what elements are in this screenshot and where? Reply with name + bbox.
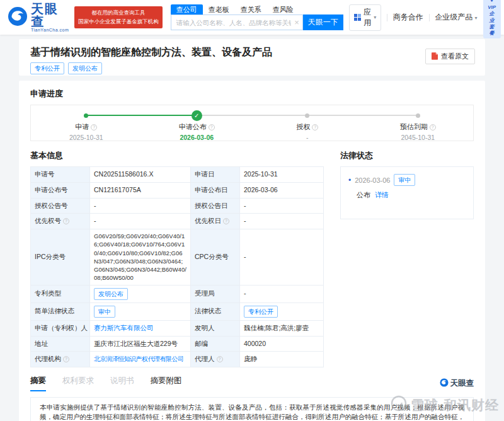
- nav-enterprise-products[interactable]: 企业级产品 ▾: [435, 12, 477, 23]
- cell-value: -: [240, 285, 324, 303]
- cell-value: -: [240, 198, 324, 214]
- ipc-codes-value: G06V20/59;G06V20/40;G06V40/16;G06V40/18;…: [90, 229, 191, 285]
- apps-menu[interactable]: 应用 ▾: [349, 4, 382, 31]
- search-tab-boss[interactable]: 查老板: [203, 4, 235, 14]
- progress-step-publish: ✓ 申请公布? 2026-03-06: [142, 109, 253, 141]
- pdf-icon: [432, 52, 438, 61]
- tab-claims[interactable]: 权利要求: [62, 376, 94, 391]
- cell-value: CN121617075A: [90, 182, 191, 198]
- top-nav: 应用 ▾ 商务合作 企业级产品 ▾ ♦ VIP 企业套餐 此处有... ▾: [349, 0, 504, 38]
- cell-label: CPC分类号: [191, 229, 240, 285]
- search-tab-risk[interactable]: 查风险: [267, 4, 299, 14]
- tab-abstract[interactable]: 摘要: [30, 376, 46, 391]
- info-icon[interactable]: ?: [312, 124, 318, 130]
- patent-title-card: 基于情绪识别的智能座舱控制方法、装置、设备及产品 专利公开 发明公布 查看原文: [19, 39, 485, 76]
- table-row: 地址 重庆市江北区福生大道229号 邮编 400020: [31, 336, 324, 352]
- cell-value: 发明公布: [90, 285, 191, 303]
- tianyancha-logo[interactable]: 天眼查 TianYanCha.com: [8, 3, 69, 32]
- postcode-value: 400020: [240, 336, 324, 352]
- info-icon[interactable]: ?: [217, 356, 223, 362]
- applicant-link[interactable]: 赛力斯汽车有限公司: [94, 324, 154, 332]
- cell-value: 北京润泽恒知识产权代理有限公司: [90, 352, 191, 367]
- progress-dot-pending: [416, 113, 420, 118]
- clear-search-icon[interactable]: ×: [294, 17, 299, 28]
- cell-value: -: [240, 229, 324, 285]
- cell-label: 代理人?: [191, 352, 240, 367]
- status-badge: 审中: [394, 174, 415, 186]
- progress-dot-done: [84, 113, 88, 118]
- simple-legal-status-tag: 审中: [94, 306, 115, 318]
- progress-step-apply: 申请? 2025-10-31: [31, 109, 142, 141]
- cell-value: 赛力斯汽车有限公司: [90, 320, 191, 336]
- tab-description[interactable]: 说明书: [110, 376, 134, 391]
- logo-title: 天眼查: [31, 3, 69, 28]
- tab-abstract-figure[interactable]: 摘要附图: [151, 376, 182, 391]
- legal-status-date: 2026-03-06: [355, 176, 390, 184]
- chevron-down-icon: ▾: [475, 15, 478, 21]
- cell-label: 申请公布日: [191, 182, 240, 198]
- cell-value: -: [90, 214, 191, 229]
- table-row: 代理机构? 北京润泽恒知识产权代理有限公司 代理人? 庞静: [31, 352, 324, 367]
- slogan-line-1: 都在用的商业查询工具: [78, 9, 159, 17]
- cell-label: 专利类型: [31, 285, 90, 303]
- progress-section-title: 申请进度: [30, 88, 474, 100]
- search-area: 查公司 查老板 查关系 查风险 × 天眼一下: [171, 4, 343, 30]
- legal-status-section-title: 法律状态: [340, 150, 474, 161]
- bullet-icon: •: [348, 176, 351, 184]
- cell-label: 地址: [31, 336, 90, 352]
- search-box: ×: [171, 14, 303, 30]
- slogan-line-2: 国家中小企业发展子基金旗下机构: [78, 18, 159, 26]
- application-progress: 申请? 2025-10-31 ✓ 申请公布? 2026-03-06 授权? - …: [30, 105, 474, 141]
- view-original-button[interactable]: 查看原文: [425, 49, 475, 64]
- address-value: 重庆市江北区福生大道229号: [90, 336, 191, 352]
- info-icon[interactable]: ?: [91, 124, 97, 130]
- search-button[interactable]: 天眼一下: [303, 14, 343, 30]
- cell-label: 授权公告号: [31, 198, 90, 214]
- table-row: 申请公布号 CN121617075A 申请公布日 2026-03-06: [31, 182, 324, 198]
- inventors-value: 魏佳楠;陈君;高洪;廖壹: [240, 320, 324, 336]
- progress-dot-pending: [305, 113, 309, 118]
- top-header: 天眼查 TianYanCha.com 都在用的商业查询工具 国家中小企业发展子基…: [0, 0, 504, 35]
- cell-label: 简单法律状态: [31, 303, 90, 320]
- cell-label: 申请（专利权）人: [31, 320, 90, 336]
- info-icon[interactable]: ?: [63, 218, 69, 224]
- cell-label: 优先权日?: [191, 214, 240, 229]
- agency-link[interactable]: 北京润泽恒知识产权代理有限公司: [94, 355, 184, 362]
- search-tab-relation[interactable]: 查关系: [235, 4, 267, 14]
- abstract-content: 本申请实施例提供了基于情绪识别的智能座舱控制方法、装置、设备及产品，包括：获取基…: [30, 397, 474, 421]
- cell-label: 优先权号?: [31, 214, 90, 229]
- table-row: 专利类型 发明公布 受理局 -: [31, 285, 324, 303]
- info-icon[interactable]: ?: [63, 356, 69, 362]
- legal-action: 公布: [357, 191, 370, 199]
- search-input[interactable]: [171, 15, 302, 30]
- cell-label: 申请日: [191, 167, 240, 183]
- cell-label: 申请公布号: [31, 182, 90, 198]
- document-tabs: 摘要 权利要求 说明书 摘要附图 天眼查: [30, 376, 474, 391]
- info-icon[interactable]: ?: [209, 124, 215, 130]
- legal-status-box: • 2026-03-06 审中 公布 详情: [340, 166, 474, 219]
- search-tab-company[interactable]: 查公司: [171, 4, 203, 14]
- progress-step-grant: 授权? -: [252, 109, 363, 141]
- logo-subtitle: TianYanCha.com: [31, 28, 69, 32]
- tianyancha-eye-icon: [8, 6, 28, 29]
- vip-badge[interactable]: ♦ VIP 企业套餐: [483, 0, 501, 38]
- cell-label: 发明人: [191, 320, 240, 336]
- chevron-down-icon: ▾: [374, 14, 376, 20]
- cell-label: 邮编: [191, 336, 240, 352]
- slogan-banner: 都在用的商业查询工具 国家中小企业发展子基金旗下机构: [74, 6, 163, 28]
- info-icon[interactable]: ?: [430, 124, 436, 130]
- nav-enterprise-label: 企业级产品: [435, 13, 472, 21]
- agent-value: 庞静: [240, 352, 324, 367]
- legal-detail-link[interactable]: 详情: [375, 191, 389, 199]
- patent-type-tag: 发明公布: [94, 288, 128, 300]
- patent-detail-card: 申请进度 申请? 2025-10-31 ✓ 申请公布? 2026-03-06 授…: [19, 81, 485, 421]
- table-row: 申请（专利权）人 赛力斯汽车有限公司 发明人 魏佳楠;陈君;高洪;廖壹: [31, 320, 324, 336]
- page-title: 基于情绪识别的智能座舱控制方法、装置、设备及产品: [30, 46, 474, 58]
- cell-value: -: [90, 198, 191, 214]
- invention-publish-tag: 发明公布: [68, 62, 102, 74]
- patent-open-tag: 专利公开: [30, 62, 64, 74]
- vip-line-1: ♦ VIP: [488, 0, 496, 11]
- progress-check-icon: ✓: [192, 110, 202, 121]
- info-icon[interactable]: ?: [223, 218, 229, 224]
- nav-cooperation[interactable]: 商务合作: [393, 12, 423, 23]
